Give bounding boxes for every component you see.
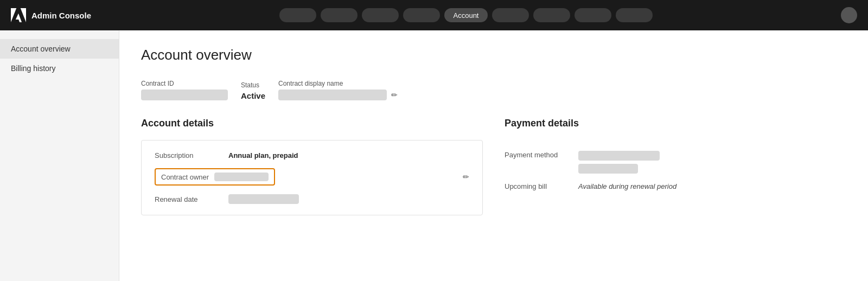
- upcoming-bill-label: Upcoming bill: [505, 182, 570, 190]
- nav-pill-3[interactable]: [362, 8, 399, 22]
- subscription-label: Subscription: [155, 151, 220, 159]
- upcoming-bill-value: Available during renewal period: [578, 182, 676, 190]
- nav-pill-2[interactable]: [321, 8, 358, 22]
- user-avatar[interactable]: [841, 7, 857, 23]
- nav-pill-8[interactable]: [575, 8, 611, 22]
- nav-pill-9[interactable]: [616, 8, 653, 22]
- nav-pill-7[interactable]: [533, 8, 570, 22]
- contract-owner-row: Contract owner ✏: [155, 168, 469, 186]
- payment-method-values: [578, 151, 660, 174]
- renewal-date-value: [228, 194, 299, 204]
- nav-right: [841, 7, 857, 23]
- details-row: Account details Subscription Annual plan…: [141, 118, 846, 215]
- renewal-date-row: Renewal date: [155, 194, 469, 204]
- sidebar: Account overview Billing history: [0, 30, 119, 281]
- nav-pill-6[interactable]: [492, 8, 529, 22]
- payment-details-section: Payment details Payment method Upcoming …: [505, 118, 846, 215]
- contract-row: Contract ID Status Active Contract displ…: [141, 80, 846, 100]
- contract-owner-value: [214, 173, 269, 181]
- page-title: Account overview: [141, 47, 846, 63]
- payment-method-bar1: [578, 151, 660, 161]
- main-container: Account overview Billing history Account…: [0, 30, 868, 281]
- logo[interactable]: Admin Console: [11, 8, 91, 23]
- account-details-card: Subscription Annual plan, prepaid Contra…: [141, 140, 483, 215]
- payment-details-title: Payment details: [505, 118, 846, 129]
- app-title: Admin Console: [31, 11, 91, 20]
- payment-row: Payment method Upcoming bill Available d…: [505, 140, 846, 201]
- main-content: Account overview Contract ID Status Acti…: [119, 30, 868, 281]
- top-navigation: Admin Console Account: [0, 0, 868, 30]
- contract-owner-label: Contract owner: [161, 173, 209, 181]
- subscription-value: Annual plan, prepaid: [228, 151, 298, 159]
- display-name-row: ✏: [278, 90, 398, 100]
- account-details-section: Account details Subscription Annual plan…: [141, 118, 483, 215]
- sidebar-item-billing-history-label: Billing history: [11, 64, 55, 73]
- sidebar-item-billing-history[interactable]: Billing history: [0, 59, 119, 78]
- status-label: Status: [241, 81, 265, 89]
- nav-pill-account-label: Account: [447, 8, 486, 22]
- account-details-title: Account details: [141, 118, 483, 129]
- nav-pill-account[interactable]: Account: [444, 8, 488, 22]
- upcoming-bill-row: Upcoming bill Available during renewal p…: [505, 182, 846, 190]
- nav-pills-group: Account: [108, 8, 824, 22]
- nav-pill-1[interactable]: [279, 8, 316, 22]
- renewal-date-label: Renewal date: [155, 195, 220, 203]
- display-name-group: Contract display name ✏: [278, 80, 398, 100]
- sidebar-item-account-overview[interactable]: Account overview: [0, 39, 119, 59]
- status-group: Status Active: [241, 81, 265, 100]
- contract-id-label: Contract ID: [141, 80, 228, 87]
- payment-method-row: Payment method: [505, 151, 846, 174]
- subscription-row: Subscription Annual plan, prepaid: [155, 151, 469, 159]
- payment-method-bar2: [578, 164, 638, 174]
- contract-owner-box: Contract owner: [155, 168, 275, 186]
- nav-pill-4[interactable]: [403, 8, 440, 22]
- display-name-label: Contract display name: [278, 80, 398, 87]
- contract-owner-left: Contract owner: [155, 168, 275, 186]
- contract-owner-edit-icon[interactable]: ✏: [463, 173, 469, 181]
- contract-id-group: Contract ID: [141, 80, 228, 100]
- sidebar-item-account-overview-label: Account overview: [11, 44, 71, 53]
- status-value: Active: [241, 91, 265, 100]
- payment-method-label: Payment method: [505, 151, 570, 159]
- adobe-logo-icon: [11, 8, 26, 23]
- display-name-value: [278, 90, 387, 100]
- contract-id-value: [141, 90, 228, 100]
- display-name-edit-icon[interactable]: ✏: [391, 91, 398, 99]
